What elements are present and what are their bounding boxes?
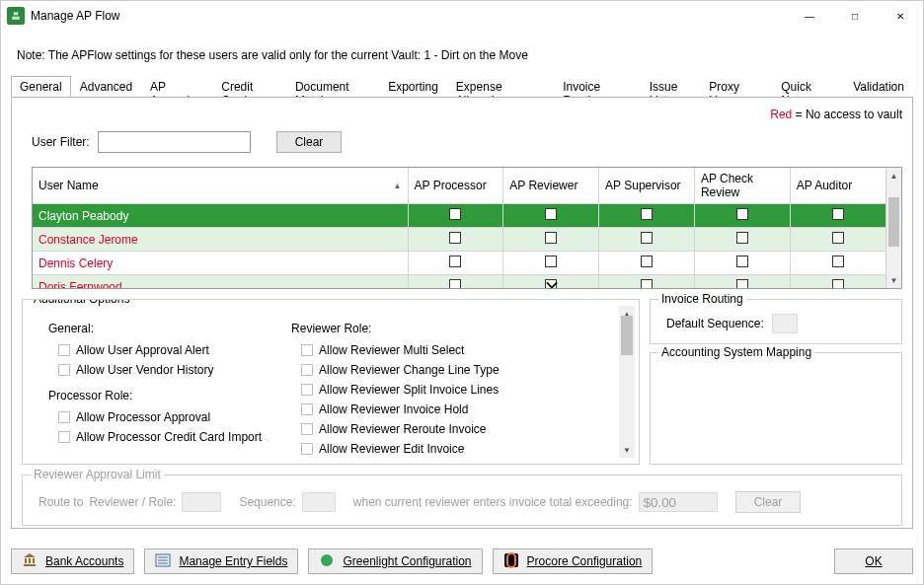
table-row[interactable]: Dennis Celery — [33, 252, 886, 275]
col-ap-reviewer[interactable]: AP Reviewer — [503, 168, 599, 204]
ok-button[interactable]: OK — [834, 548, 913, 574]
checkbox-cell-processor[interactable] — [408, 228, 503, 252]
scroll-down-icon[interactable]: ▼ — [886, 272, 901, 288]
col-ap-supervisor[interactable]: AP Supervisor — [599, 168, 695, 204]
option-checkbox[interactable] — [301, 344, 313, 356]
table-row[interactable]: Clayton Peabody — [33, 204, 886, 228]
option-checkbox[interactable] — [301, 403, 313, 415]
tab-ap-accruals[interactable]: AP Accruals — [141, 76, 212, 97]
auditor-checkbox[interactable] — [832, 232, 844, 244]
checkbox-cell-checkreview[interactable] — [694, 204, 790, 228]
sequence-label: Sequence: — [239, 495, 295, 509]
option-label: Allow Reviewer Multi Select — [319, 341, 464, 359]
clear-limit-button: Clear — [735, 491, 802, 513]
bank-accounts-button[interactable]: Bank Accounts — [11, 548, 134, 574]
checkbox-cell-supervisor[interactable] — [599, 228, 695, 252]
checkbox-cell-supervisor[interactable] — [599, 275, 695, 290]
option-checkbox[interactable] — [58, 431, 70, 443]
processor-checkbox[interactable] — [449, 208, 461, 220]
scroll-down-icon[interactable]: ▼ — [619, 442, 635, 458]
option-row: Allow Reviewer Invoice Hold — [301, 401, 500, 418]
checkreview-checkbox[interactable] — [736, 208, 748, 220]
maximize-button[interactable]: □ — [832, 1, 878, 31]
auditor-checkbox[interactable] — [832, 279, 844, 289]
auditor-checkbox[interactable] — [832, 208, 844, 220]
supervisor-checkbox[interactable] — [641, 208, 653, 220]
option-checkbox[interactable] — [58, 364, 70, 376]
tab-proxy-users[interactable]: Proxy Users — [700, 76, 772, 97]
checkbox-cell-reviewer[interactable] — [503, 228, 599, 252]
processor-checkbox[interactable] — [449, 279, 461, 289]
tab-credit-cards[interactable]: Credit Cards — [212, 76, 286, 97]
reviewer-approval-limit-caption: Reviewer Approval Limit — [31, 468, 164, 481]
table-scrollbar[interactable]: ▲ ▼ — [886, 168, 901, 288]
checkbox-cell-supervisor[interactable] — [599, 204, 695, 228]
processor-checkbox[interactable] — [449, 232, 461, 244]
tab-strip: General Advanced AP Accruals Credit Card… — [11, 76, 913, 98]
checkreview-checkbox[interactable] — [736, 279, 748, 289]
supervisor-checkbox[interactable] — [641, 232, 653, 244]
clear-filter-button[interactable]: Clear — [276, 131, 343, 153]
checkbox-cell-auditor[interactable] — [790, 275, 886, 290]
option-checkbox[interactable] — [301, 384, 313, 396]
checkbox-cell-checkreview[interactable] — [694, 275, 790, 290]
checkbox-cell-processor[interactable] — [408, 275, 503, 290]
checkreview-checkbox[interactable] — [736, 232, 748, 244]
checkbox-cell-auditor[interactable] — [790, 252, 886, 275]
option-checkbox[interactable] — [58, 344, 70, 356]
user-name-cell[interactable]: Constance Jerome — [33, 228, 408, 252]
option-checkbox[interactable] — [58, 411, 70, 423]
checkbox-cell-auditor[interactable] — [790, 228, 886, 252]
option-checkbox[interactable] — [301, 443, 313, 455]
tab-exporting[interactable]: Exporting — [379, 76, 447, 97]
col-ap-check-review[interactable]: AP Check Review — [694, 168, 790, 204]
col-ap-auditor[interactable]: AP Auditor — [790, 168, 886, 204]
auditor-checkbox[interactable] — [832, 256, 844, 267]
tab-issue-list[interactable]: Issue List — [641, 76, 701, 97]
minimize-button[interactable]: — — [787, 1, 832, 31]
user-name-cell[interactable]: Doris Fernwood — [33, 275, 408, 290]
checkbox-cell-checkreview[interactable] — [694, 228, 790, 252]
checkbox-cell-processor[interactable] — [408, 204, 503, 228]
option-checkbox[interactable] — [301, 423, 313, 435]
tab-expense-allocations[interactable]: Expense Allocations — [447, 76, 554, 97]
checkbox-cell-reviewer[interactable] — [503, 204, 599, 228]
manage-entry-fields-button[interactable]: Manage Entry Fields — [144, 548, 298, 574]
checkreview-checkbox[interactable] — [736, 256, 748, 267]
tab-document-match[interactable]: Document Match — [286, 76, 379, 97]
option-checkbox[interactable] — [301, 364, 313, 376]
checkbox-cell-auditor[interactable] — [790, 204, 886, 228]
reviewer-checkbox[interactable] — [545, 232, 557, 244]
addopts-scrollbar[interactable]: ▲ ▼ — [619, 306, 635, 458]
col-user-name[interactable]: User Name▲ — [33, 168, 408, 204]
reviewer-checkbox[interactable] — [545, 279, 557, 289]
procore-config-button[interactable]: Procore Configuration — [493, 548, 654, 574]
tab-validation[interactable]: Validation — [844, 76, 913, 97]
greenlight-config-button[interactable]: Greenlight Configuration — [308, 548, 482, 574]
when-label: when current reviewer enters invoice tot… — [353, 495, 633, 509]
sequence-input — [302, 492, 336, 512]
processor-checkbox[interactable] — [449, 256, 461, 267]
user-filter-input[interactable] — [98, 131, 251, 153]
col-ap-processor[interactable]: AP Processor — [408, 168, 503, 204]
checkbox-cell-reviewer[interactable] — [503, 275, 599, 290]
supervisor-checkbox[interactable] — [641, 279, 653, 289]
tab-quick-notes[interactable]: Quick Notes — [772, 76, 844, 97]
checkbox-cell-reviewer[interactable] — [503, 252, 599, 275]
supervisor-checkbox[interactable] — [641, 256, 653, 267]
close-button[interactable]: ✕ — [878, 1, 923, 31]
tab-general[interactable]: General — [11, 76, 71, 97]
table-row[interactable]: Constance Jerome — [33, 228, 886, 252]
table-row[interactable]: Doris Fernwood — [33, 275, 886, 290]
reviewer-checkbox[interactable] — [545, 256, 557, 267]
tab-advanced[interactable]: Advanced — [71, 76, 141, 97]
scroll-up-icon[interactable]: ▲ — [886, 168, 901, 183]
checkbox-cell-processor[interactable] — [408, 252, 503, 275]
reviewer-checkbox[interactable] — [545, 208, 557, 220]
checkbox-cell-checkreview[interactable] — [694, 252, 790, 275]
tab-invoice-routing[interactable]: Invoice Routing — [554, 76, 641, 97]
user-name-cell[interactable]: Clayton Peabody — [33, 204, 408, 228]
checkbox-cell-supervisor[interactable] — [599, 252, 695, 275]
sort-asc-icon: ▲ — [394, 182, 402, 190]
user-name-cell[interactable]: Dennis Celery — [33, 252, 408, 275]
